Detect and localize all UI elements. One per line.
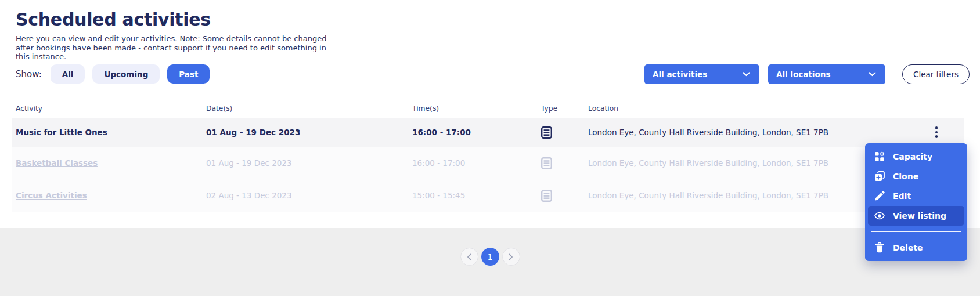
- pagination-prev-button[interactable]: [460, 248, 478, 266]
- table-footer: 1: [0, 228, 980, 296]
- table-row: Basketball Classes 01 Aug - 19 Dec 2023 …: [12, 147, 964, 179]
- sessions-list-icon: [541, 190, 552, 202]
- locations-dropdown[interactable]: All locations: [768, 64, 885, 84]
- row-times: 16:00 - 17:00: [412, 118, 534, 147]
- menu-item-delete[interactable]: Delete: [868, 238, 964, 258]
- row-times: 16:00 - 17:00: [412, 147, 534, 179]
- table-row: Circus Activities 02 Aug - 13 Dec 2023 1…: [12, 179, 964, 212]
- activities-dropdown-value: All activities: [653, 70, 707, 79]
- row-location: London Eye, County Hall Riverside Buildi…: [588, 179, 913, 212]
- menu-item-label: Edit: [893, 191, 911, 201]
- capacity-icon: [874, 151, 885, 162]
- menu-item-view-listing[interactable]: View listing: [868, 206, 964, 226]
- menu-item-clone[interactable]: Clone: [868, 166, 964, 186]
- clear-filters-button[interactable]: Clear filters: [902, 64, 970, 84]
- sessions-list-icon: [541, 126, 552, 139]
- table-header-row: Activity Date(s) Time(s) Type Location: [12, 99, 964, 118]
- pagination-next-button[interactable]: [502, 248, 520, 266]
- menu-divider: [871, 231, 961, 232]
- column-header-times: Time(s): [412, 99, 534, 118]
- row-location: London Eye, County Hall Riverside Buildi…: [588, 118, 913, 147]
- menu-item-capacity[interactable]: Capacity: [868, 147, 964, 166]
- table-row: Music for Little Ones 01 Aug - 19 Dec 20…: [12, 118, 964, 147]
- activities-table: Activity Date(s) Time(s) Type Location M…: [12, 99, 964, 212]
- row-actions-kebab-icon[interactable]: [932, 123, 942, 142]
- filter-past-button[interactable]: Past: [167, 64, 210, 84]
- activity-link[interactable]: Circus Activities: [16, 191, 87, 200]
- chevron-down-icon: [867, 69, 877, 79]
- page-title: Scheduled activities: [16, 9, 211, 30]
- row-actions-context-menu: Capacity Clone Edit View listing Delete: [865, 143, 967, 261]
- clone-icon: [874, 171, 885, 182]
- edit-icon: [874, 191, 885, 201]
- row-dates: 01 Aug - 19 Dec 2023: [206, 118, 398, 147]
- filter-all-button[interactable]: All: [51, 64, 85, 84]
- row-times: 15:00 - 15:45: [412, 179, 534, 212]
- show-label: Show:: [16, 69, 42, 79]
- column-header-location: Location: [588, 99, 913, 118]
- activity-link[interactable]: Music for Little Ones: [16, 128, 107, 137]
- locations-dropdown-value: All locations: [776, 70, 830, 79]
- sessions-list-icon: [541, 157, 552, 169]
- column-header-activity: Activity: [16, 99, 201, 118]
- menu-item-label: Delete: [893, 243, 923, 252]
- menu-item-label: View listing: [893, 211, 946, 220]
- row-location: London Eye, County Hall Riverside Buildi…: [588, 147, 913, 179]
- column-header-dates: Date(s): [206, 99, 398, 118]
- activities-dropdown[interactable]: All activities: [644, 64, 759, 84]
- show-filter-group: Show: All Upcoming Past: [16, 64, 210, 84]
- menu-item-label: Clone: [893, 172, 918, 181]
- delete-icon: [874, 242, 885, 253]
- column-header-type: Type: [541, 99, 582, 118]
- chevron-down-icon: [741, 69, 751, 79]
- menu-item-label: Capacity: [893, 152, 932, 161]
- row-dates: 01 Aug - 19 Dec 2023: [206, 147, 398, 179]
- filter-upcoming-button[interactable]: Upcoming: [92, 64, 160, 84]
- row-dates: 02 Aug - 13 Dec 2023: [206, 179, 398, 212]
- pagination-page-1-button[interactable]: 1: [481, 248, 499, 266]
- activity-link[interactable]: Basketball Classes: [16, 158, 98, 168]
- view-listing-icon: [874, 211, 885, 221]
- page-description: Here you can view and edit your activiti…: [16, 34, 338, 61]
- menu-item-edit[interactable]: Edit: [868, 186, 964, 206]
